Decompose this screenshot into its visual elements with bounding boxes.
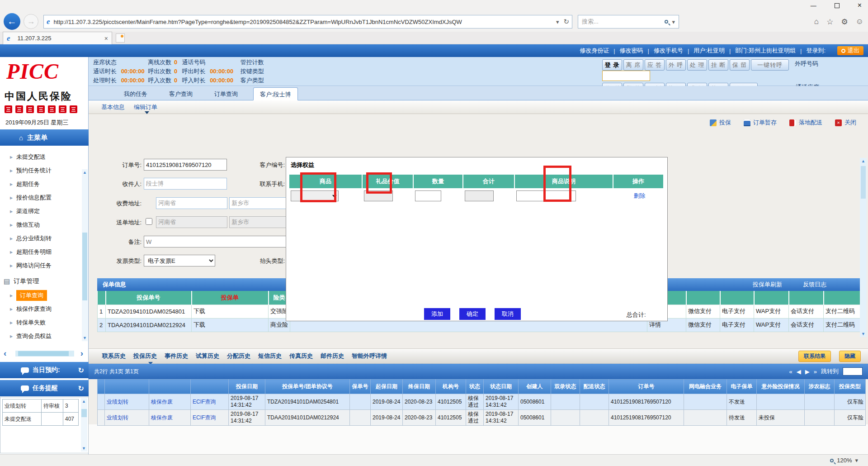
session-pay-link[interactable]: 会话支付 (789, 318, 824, 332)
favorites-star-icon[interactable]: ☆ (826, 17, 833, 27)
sidebar-item-overdue-tasks[interactable]: ▶超期任务 (0, 177, 80, 191)
address-bar[interactable]: e http://11.207.3.225/picctscenter/MainF… (43, 15, 572, 29)
scroll-down-icon[interactable]: ▼ (861, 332, 865, 336)
outbound-call-button[interactable]: 外 呼 (666, 59, 686, 71)
session-pay-link[interactable]: 会话支付 (789, 304, 824, 318)
url-dropdown-icon[interactable]: ▾ (556, 19, 559, 25)
first-page-icon[interactable]: « (789, 368, 793, 375)
tab-order-query[interactable]: 订单查询 (208, 88, 244, 100)
ecif-query-link[interactable]: ECIF查询 (191, 394, 229, 410)
order-no-input[interactable] (144, 159, 227, 171)
search-placeholder[interactable]: 搜索... (582, 18, 665, 26)
qr-pay-link[interactable]: 支付二维码 (824, 318, 864, 332)
same-address-checkbox[interactable] (146, 218, 152, 225)
handle-button[interactable]: 处 理 (687, 59, 707, 71)
add-button[interactable]: 添加 (424, 308, 450, 320)
reminder-type[interactable]: 业绩划转 (3, 399, 42, 413)
sidebar-scrollbar[interactable]: ▲ ▼ (82, 169, 88, 341)
epay-link[interactable]: 电子支付 (720, 304, 754, 318)
epay-link[interactable]: 电子支付 (720, 318, 754, 332)
outcall-number-input[interactable] (602, 71, 650, 81)
scrollbar-thumb[interactable] (861, 166, 866, 199)
sidebar-item-wechat[interactable]: ▶微信互动 (0, 218, 80, 232)
scroll-down-icon[interactable]: ▼ (82, 446, 86, 451)
refresh-icon[interactable]: ↻ (78, 384, 84, 393)
back-button[interactable]: ← (4, 13, 20, 30)
scrollbar-thumb[interactable] (18, 351, 69, 356)
sidebar-item-transfer-failed[interactable]: ▶转保单失败 (0, 316, 80, 329)
ecif-query-link[interactable]: ECIF查询 (191, 410, 229, 426)
scrollbar-thumb[interactable] (81, 409, 87, 417)
tab-customer-query[interactable]: 客户查询 (163, 88, 199, 100)
search-icon[interactable] (665, 20, 668, 24)
sidebar-item-appointment-stats[interactable]: ▶预约任务统计 (0, 164, 80, 177)
zoom-level[interactable]: 120% (837, 457, 852, 464)
close-action[interactable]: ×关闭 (835, 119, 856, 127)
tab-trial-history[interactable]: 试算历史 (196, 352, 219, 360)
task-reminder-header[interactable]: 任务提醒 ↻ (0, 380, 89, 396)
tab-fax-history[interactable]: 传真历史 (289, 352, 313, 360)
modify-phone-link[interactable]: 修改手机号 (654, 47, 683, 55)
modify-password-link[interactable]: 修改密码 (620, 47, 643, 55)
wap-pay-link[interactable]: WAP支付 (754, 304, 789, 318)
hold-button[interactable]: 保 留 (730, 59, 750, 71)
scroll-up-icon[interactable]: ▲ (83, 170, 87, 175)
new-tab-button[interactable] (116, 33, 125, 43)
zoom-dropdown-icon[interactable]: ▾ (855, 457, 858, 464)
performance-transfer-link[interactable]: 业绩划转 (105, 394, 149, 410)
order-save-action[interactable]: 订单暂存 (744, 119, 777, 127)
scrollbar-thumb[interactable] (82, 233, 87, 300)
answer-button[interactable]: 应 答 (645, 59, 665, 71)
tab-smart-outcall-detail[interactable]: 智能外呼详情 (352, 352, 387, 360)
tab-insure-history[interactable]: 投保历史 (133, 352, 157, 360)
subnav-basic-info[interactable]: 基本信息 (101, 103, 125, 111)
performance-transfer-link[interactable]: 业绩划转 (105, 410, 149, 426)
sidebar-item-quote-config[interactable]: ▶报价信息配置 (0, 191, 80, 204)
qr-pay-link[interactable]: 支付二维码 (824, 304, 864, 318)
feedback-log-link[interactable]: 反馈日志 (803, 281, 826, 289)
contact-result-button[interactable]: 联系结果 (798, 351, 831, 362)
tab-mail-history[interactable]: 邮件历史 (321, 352, 344, 360)
quantity-input[interactable] (415, 190, 441, 201)
feedback-smiley-icon[interactable]: ☺ (856, 17, 863, 27)
insure-action[interactable]: 投保 (710, 119, 731, 127)
sidebar-item-member-rights-query[interactable]: ▶查询会员权益 (0, 329, 80, 343)
sidebar-item-underwriting-void-query[interactable]: ▶核保作废查询 (0, 302, 80, 316)
next-page-icon[interactable]: ▶ (805, 368, 810, 375)
modify-id-link[interactable]: 修改身份证 (580, 47, 609, 55)
refresh-icon[interactable]: ↻ (78, 366, 84, 375)
settings-gear-icon[interactable]: ⚙ (841, 17, 848, 27)
ground-delivery-action[interactable]: 落地配送 (789, 119, 822, 127)
delete-link[interactable]: 删除 (615, 190, 664, 200)
underwriting-void-link[interactable]: 核保作废 (149, 394, 191, 410)
confirm-button[interactable]: 确定 (459, 308, 486, 320)
forward-button[interactable]: → (24, 14, 38, 29)
sidebar-item-performance-transfer[interactable]: ▶总分业绩划转 (0, 232, 80, 245)
home-icon[interactable]: ⌂ (814, 17, 819, 27)
tab-close-icon[interactable]: × (104, 35, 108, 42)
maximize-button[interactable] (835, 3, 840, 8)
wechat-pay-link[interactable]: 微信支付 (686, 318, 720, 332)
download-link[interactable]: 下载 (192, 318, 269, 332)
url-text[interactable]: http://11.207.3.225/picctscenter/MainFra… (54, 19, 556, 25)
scroll-left-icon[interactable]: ‹ (4, 348, 6, 358)
minimize-button[interactable]: — (811, 2, 816, 9)
content-scrollbar[interactable]: ▲ ▼ (860, 158, 867, 337)
close-button[interactable]: × (858, 1, 862, 10)
search-box[interactable]: 搜索... ▾ (578, 15, 679, 29)
hide-button[interactable]: 隐藏 (839, 351, 861, 362)
sidebar-item-network-tasks[interactable]: ▶网络访问任务 (0, 259, 80, 272)
tab-sms-history[interactable]: 短信历史 (258, 352, 282, 360)
scroll-up-icon[interactable]: ▲ (82, 399, 86, 404)
logout-button[interactable]: 退出 (837, 46, 863, 55)
subnav-edit-order[interactable]: 编辑订单 (134, 103, 157, 111)
cancel-button[interactable]: 取消 (495, 308, 521, 320)
scroll-up-icon[interactable]: ▲ (861, 159, 865, 163)
sidebar-item-overdue-detail[interactable]: ▶超期任务明细 (0, 245, 80, 259)
sidebar-item-unsubmitted-delivery[interactable]: ▶未提交配送 (0, 150, 80, 164)
policy-refresh-link[interactable]: 投保单刷新 (753, 281, 782, 289)
tab-contact-history[interactable]: 联系历史 (102, 352, 126, 360)
prev-page-icon[interactable]: ◀ (797, 368, 801, 375)
billing-province-input[interactable] (156, 197, 227, 209)
login-button[interactable]: 登 录 (602, 59, 622, 71)
